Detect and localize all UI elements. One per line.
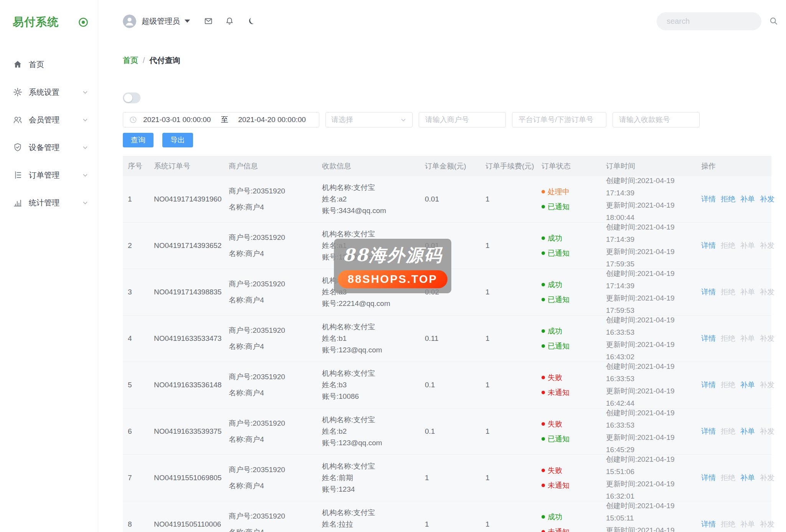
status-dot-icon	[542, 376, 545, 379]
sidebar-item-member-management[interactable]: 会员管理	[0, 106, 98, 134]
order-time: 创建时间:2021-04-19 15:05:11 更新时间:2021-04-19…	[601, 500, 696, 532]
payee-line: 账号:123@qq.com	[322, 437, 420, 449]
collapse-toggle-icon[interactable]	[78, 17, 89, 28]
status-line: 失败	[542, 419, 601, 429]
breadcrumb-home-link[interactable]: 首页	[123, 55, 138, 66]
payee-info: 机构名称:支付宝姓名:a2账号:3434@qq.com	[317, 182, 420, 216]
action-link: 拒绝	[721, 426, 735, 436]
date-range-picker[interactable]: 2021-03-01 00:00:00 至 2021-04-20 00:00:0…	[123, 112, 319, 127]
created-time: 创建时间:2021-04-19 17:14:39	[606, 175, 696, 199]
action-link: 补单	[740, 334, 755, 344]
status-dot-icon	[542, 283, 545, 286]
order-fee: 1	[481, 288, 537, 296]
updated-time: 更新时间:2021-04-19 18:00:44	[606, 199, 696, 224]
action-link[interactable]: 补单	[740, 380, 755, 390]
created-time: 创建时间:2021-04-19 16:33:53	[606, 360, 696, 385]
merchant-id-input[interactable]	[424, 115, 500, 124]
order-status: 成功 已通知	[537, 280, 601, 305]
payee-line: 机构名称:支付宝	[322, 182, 420, 193]
table-row: 8 NO04191505110006 商户号:20351920名称:商户4 机构…	[123, 501, 771, 532]
status-line: 成功	[542, 280, 601, 290]
col-status: 订单状态	[537, 161, 601, 171]
updated-time: 更新时间:2021-04-19 16:32:01	[606, 478, 696, 502]
order-status: 成功 已通知	[537, 233, 601, 258]
payee-line: 机构名称:支付宝	[322, 507, 420, 519]
status-dot-icon	[542, 530, 545, 532]
status-dot-icon	[542, 484, 545, 487]
sidebar-item-order-management[interactable]: 订单管理	[0, 161, 98, 189]
action-link[interactable]: 详情	[701, 426, 716, 436]
order-time: 创建时间:2021-04-19 16:33:53 更新时间:2021-04-19…	[601, 360, 696, 410]
date-start-value[interactable]: 2021-03-01 00:00:00	[143, 116, 211, 124]
action-link[interactable]: 补单	[740, 194, 755, 204]
moon-icon[interactable]	[246, 17, 255, 25]
caret-down-icon	[184, 19, 190, 23]
action-link[interactable]: 详情	[701, 241, 716, 251]
notify-line: 未通知	[542, 527, 601, 532]
query-button[interactable]: 查询	[123, 133, 154, 147]
action-link[interactable]: 详情	[701, 194, 716, 204]
order-amount: 1	[420, 520, 481, 529]
action-link[interactable]: 补单	[740, 426, 755, 436]
sidebar-item-system-settings[interactable]: 系统设置	[0, 78, 98, 106]
row-actions: 详情拒绝补单补发	[696, 473, 774, 483]
action-link: 补发	[760, 287, 774, 297]
row-actions: 详情拒绝补单补发	[696, 519, 774, 529]
status-select[interactable]: 请选择	[325, 112, 413, 127]
updated-time: 更新时间:2021-04-19 17:59:35	[606, 246, 696, 270]
chevron-down-icon	[82, 116, 89, 123]
order-no-input[interactable]	[518, 115, 601, 124]
sidebar-item-device-management[interactable]: 设备管理	[0, 134, 98, 161]
row-index: 1	[123, 195, 149, 203]
sidebar-item-label: 统计管理	[29, 198, 59, 208]
notify-line: 已通知	[542, 434, 601, 444]
export-button[interactable]: 导出	[162, 133, 193, 147]
action-link: 拒绝	[721, 241, 735, 251]
filter-toggle-switch[interactable]	[123, 93, 140, 103]
action-link[interactable]: 详情	[701, 380, 716, 390]
bell-icon[interactable]	[225, 17, 234, 25]
status-line: 成功	[542, 512, 601, 522]
action-link: 补发	[760, 241, 774, 251]
status-dot-icon	[542, 344, 545, 348]
payee-line: 账号:3434@qq.com	[322, 205, 420, 216]
action-link[interactable]: 详情	[701, 287, 716, 297]
sidebar-item-label: 系统设置	[29, 87, 59, 97]
order-amount: 0.1	[420, 381, 481, 389]
action-link[interactable]: 补发	[760, 194, 774, 204]
action-link[interactable]: 拒绝	[721, 194, 735, 204]
search-icon[interactable]	[769, 17, 778, 26]
search-box	[657, 12, 761, 30]
mail-icon[interactable]	[204, 17, 213, 25]
clock-icon	[129, 116, 137, 124]
sidebar: 易付系统 首页 系统设置	[0, 0, 98, 532]
col-payee-info: 收款信息	[317, 161, 420, 171]
date-separator: 至	[221, 115, 228, 125]
merchant-line: 商户号:20351920	[229, 232, 317, 243]
merchant-info: 商户号:20351920名称:商户4	[224, 464, 317, 492]
row-index: 5	[123, 381, 149, 389]
action-link: 拒绝	[721, 473, 735, 483]
sidebar-item-home[interactable]: 首页	[0, 51, 98, 78]
breadcrumb-current: 代付查询	[150, 55, 180, 66]
order-fee: 1	[481, 381, 537, 389]
action-link[interactable]: 详情	[701, 334, 716, 344]
search-input[interactable]	[666, 17, 769, 26]
user-menu[interactable]: 超级管理员	[123, 15, 190, 28]
action-link[interactable]: 详情	[701, 473, 716, 483]
payee-line: 账号:1234	[322, 484, 420, 495]
action-link: 补发	[760, 334, 774, 344]
row-index: 3	[123, 288, 149, 296]
col-amount: 订单金额(元)	[420, 161, 481, 171]
merchant-line: 商户号:20351920	[229, 511, 317, 522]
order-amount: 0.11	[420, 334, 481, 343]
row-index: 7	[123, 474, 149, 482]
row-actions: 详情拒绝补单补发	[696, 380, 774, 390]
payee-account-input[interactable]	[618, 115, 694, 124]
date-end-value[interactable]: 2021-04-20 00:00:00	[238, 116, 305, 124]
sidebar-item-statistics-management[interactable]: 统计管理	[0, 189, 98, 216]
payee-info: 机构名称:支付宝姓名:b1账号:123@qq.com	[317, 321, 420, 356]
created-time: 创建时间:2021-04-19 15:05:11	[606, 500, 696, 524]
action-link[interactable]: 补单	[740, 473, 755, 483]
action-link[interactable]: 详情	[701, 519, 716, 529]
